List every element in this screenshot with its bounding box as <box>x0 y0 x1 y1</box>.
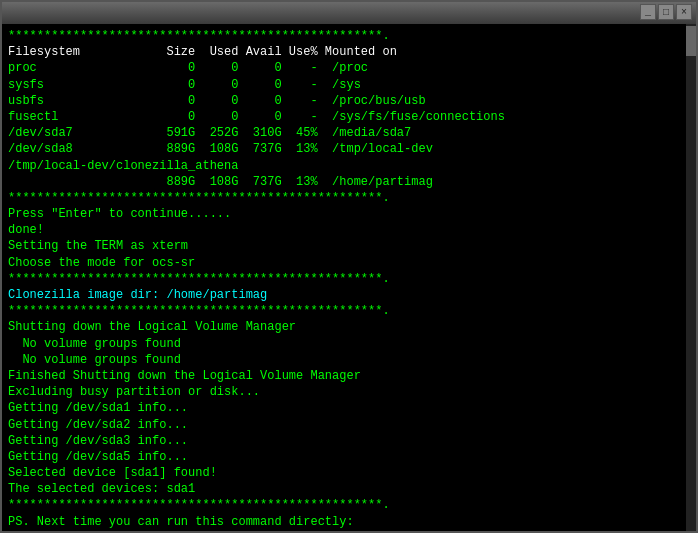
terminal-line: Excluding busy partition or disk... <box>8 384 690 400</box>
terminal-line: Shutting down the Logical Volume Manager <box>8 319 690 335</box>
terminal-line: ****************************************… <box>8 497 690 513</box>
scrollbar-thumb[interactable] <box>686 26 696 56</box>
terminal-line: No volume groups found <box>8 336 690 352</box>
main-window: _ □ × **********************************… <box>0 0 698 533</box>
terminal-line: Getting /dev/sda5 info... <box>8 449 690 465</box>
terminal-line: Setting the TERM as xterm <box>8 238 690 254</box>
terminal-line: ****************************************… <box>8 303 690 319</box>
terminal-line: Getting /dev/sda3 info... <box>8 433 690 449</box>
terminal-line: Press "Enter" to continue...... <box>8 206 690 222</box>
terminal-line: Choose the mode for ocs-sr <box>8 255 690 271</box>
terminal-line: done! <box>8 222 690 238</box>
terminal-line: /tmp/local-dev/clonezilla_athena <box>8 158 690 174</box>
terminal-line: Selected device [sda1] found! <box>8 465 690 481</box>
terminal-line: /dev/sda8 889G 108G 737G 13% /tmp/local-… <box>8 141 690 157</box>
terminal-line: 889G 108G 737G 13% /home/partimag <box>8 174 690 190</box>
terminal-output: ****************************************… <box>2 24 696 531</box>
terminal-line: PS. Next time you can run this command d… <box>8 514 690 530</box>
window-controls[interactable]: _ □ × <box>640 4 692 20</box>
terminal-line: ****************************************… <box>8 190 690 206</box>
terminal-line: ****************************************… <box>8 28 690 44</box>
terminal-line: The selected devices: sda1 <box>8 481 690 497</box>
titlebar: _ □ × <box>2 2 696 24</box>
terminal-line: /opt/drbl/sbin/ocs-sr -q2 -c -j2 -z1p -i… <box>8 530 690 531</box>
terminal-line: ****************************************… <box>8 271 690 287</box>
terminal-line: Filesystem Size Used Avail Use% Mounted … <box>8 44 690 60</box>
terminal-line: sysfs 0 0 0 - /sys <box>8 77 690 93</box>
terminal-line: Getting /dev/sda2 info... <box>8 417 690 433</box>
close-button[interactable]: × <box>676 4 692 20</box>
terminal-line: Getting /dev/sda1 info... <box>8 400 690 416</box>
terminal-line: /dev/sda7 591G 252G 310G 45% /media/sda7 <box>8 125 690 141</box>
terminal-line: Clonezilla image dir: /home/partimag <box>8 287 690 303</box>
terminal-line: proc 0 0 0 - /proc <box>8 60 690 76</box>
scrollbar[interactable] <box>686 24 696 531</box>
terminal-line: No volume groups found <box>8 352 690 368</box>
terminal-line: usbfs 0 0 0 - /proc/bus/usb <box>8 93 690 109</box>
terminal-line: Finished Shutting down the Logical Volum… <box>8 368 690 384</box>
terminal-line: fusectl 0 0 0 - /sys/fs/fuse/connections <box>8 109 690 125</box>
minimize-button[interactable]: _ <box>640 4 656 20</box>
maximize-button[interactable]: □ <box>658 4 674 20</box>
